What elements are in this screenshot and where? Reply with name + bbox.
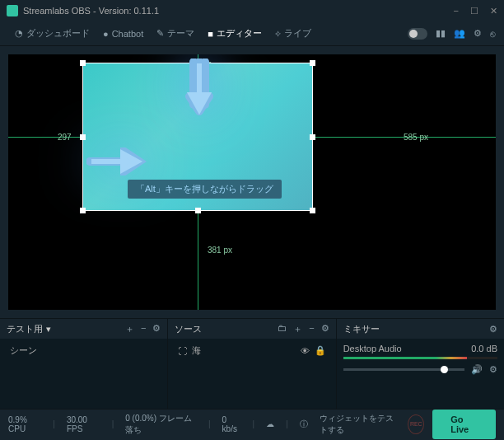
source-item[interactable]: ⛶ 海 👁 🔒 bbox=[175, 342, 329, 359]
scenes-header: テスト用 ▾ ＋ − ⚙ bbox=[0, 319, 167, 339]
mixer-header: ミキサー ⚙ bbox=[337, 319, 504, 339]
image-source-icon: ⛶ bbox=[178, 346, 187, 356]
guide-label-left: 297 bbox=[58, 133, 72, 142]
chevron-down-icon[interactable]: ▾ bbox=[46, 324, 51, 335]
nav-editor[interactable]: ■ エディター bbox=[201, 27, 268, 40]
bottom-panels: テスト用 ▾ ＋ − ⚙ シーン ソース 🗀 ＋ − ⚙ bbox=[0, 318, 504, 409]
titlebar: Streamlabs OBS - Version: 0.11.1 − ☐ ✕ bbox=[0, 0, 504, 21]
nav-label: ダッシュボード bbox=[26, 27, 90, 40]
settings-icon[interactable]: ⚙ bbox=[474, 28, 482, 39]
cloud-icon[interactable]: ☁ bbox=[266, 419, 274, 428]
mixer-panel: ミキサー ⚙ Desktop Audio 0.0 dB 🔊 ⚙ bbox=[337, 319, 504, 409]
editor-area: 9 px 297 585 px 381 px 「Alt」キーを押しながらドラッグ bbox=[0, 46, 504, 318]
mute-icon[interactable]: 🔊 bbox=[471, 364, 483, 375]
resize-handle-br[interactable] bbox=[310, 208, 315, 213]
tutorial-arrow-right-icon bbox=[86, 147, 149, 177]
sources-title: ソース bbox=[175, 323, 202, 335]
maximize-icon[interactable]: ☐ bbox=[470, 6, 478, 16]
scene-name: シーン bbox=[10, 344, 37, 357]
dashboard-icon: ◔ bbox=[15, 28, 23, 39]
info-icon[interactable]: ⓘ bbox=[300, 419, 308, 430]
source-settings-icon[interactable]: ⚙ bbox=[321, 323, 329, 335]
visibility-icon[interactable]: 👁 bbox=[301, 346, 310, 356]
fps-status: 30.00 FPS bbox=[67, 415, 100, 433]
channel-level: 0.0 dB bbox=[471, 344, 497, 353]
volume-slider-thumb[interactable] bbox=[441, 366, 448, 373]
chatbot-icon: ● bbox=[103, 29, 109, 39]
preview-canvas[interactable]: 9 px 297 585 px 381 px 「Alt」キーを押しながらドラッグ bbox=[8, 54, 496, 310]
guide-label-bottom: 381 px bbox=[208, 246, 232, 255]
discord-icon[interactable]: 👥 bbox=[454, 28, 465, 39]
resize-handle-l[interactable] bbox=[80, 134, 86, 140]
guide-vertical bbox=[198, 211, 198, 310]
help-icon[interactable]: ▮▮ bbox=[436, 28, 446, 39]
nav-dashboard[interactable]: ◔ ダッシュボード bbox=[8, 27, 96, 40]
nav-label: Chatbot bbox=[112, 29, 144, 39]
themes-icon: ✎ bbox=[156, 28, 164, 39]
scenes-list: シーン bbox=[0, 339, 167, 409]
cpu-status: 0.9% CPU bbox=[8, 415, 41, 433]
volume-slider-row: 🔊 ⚙ bbox=[343, 364, 497, 374]
resize-handle-r[interactable] bbox=[310, 134, 315, 140]
test-widget-link[interactable]: ウィジェットをテストする bbox=[320, 413, 400, 436]
resize-handle-b[interactable] bbox=[195, 208, 201, 213]
nav-live[interactable]: ⟡ ライブ bbox=[268, 27, 318, 40]
nav-label: エディター bbox=[217, 27, 262, 40]
guide-label-right: 585 px bbox=[404, 133, 428, 142]
sources-header: ソース 🗀 ＋ − ⚙ bbox=[168, 319, 335, 339]
theme-toggle[interactable] bbox=[408, 28, 427, 40]
mixer-body: Desktop Audio 0.0 dB 🔊 ⚙ bbox=[337, 339, 504, 409]
dropped-frames-status: 0 (0.0%) フレーム落ち bbox=[125, 413, 197, 436]
scenes-panel: テスト用 ▾ ＋ − ⚙ シーン bbox=[0, 319, 168, 409]
channel-name: Desktop Audio bbox=[343, 344, 402, 353]
main-nav: ◔ ダッシュボード ● Chatbot ✎ テーマ ■ エディター ⟡ ライブ … bbox=[0, 21, 504, 46]
window-controls: − ☐ ✕ bbox=[454, 6, 497, 16]
mixer-channel: Desktop Audio 0.0 dB bbox=[343, 342, 497, 355]
sources-list: ⛶ 海 👁 🔒 bbox=[168, 339, 335, 409]
nav-label: ライブ bbox=[284, 27, 311, 40]
nav-themes[interactable]: ✎ テーマ bbox=[150, 27, 201, 40]
status-bar: 0.9% CPU| 30.00 FPS| 0 (0.0%) フレーム落ち| 0 … bbox=[0, 409, 504, 438]
close-icon[interactable]: ✕ bbox=[490, 6, 497, 16]
scene-add-icon[interactable]: ＋ bbox=[125, 323, 134, 335]
resize-handle-tl[interactable] bbox=[80, 60, 86, 66]
source-add-icon[interactable]: ＋ bbox=[293, 323, 302, 335]
source-name: 海 bbox=[192, 344, 201, 357]
source-remove-icon[interactable]: − bbox=[309, 323, 314, 335]
mixer-settings-icon[interactable]: ⚙ bbox=[489, 324, 497, 335]
folder-icon[interactable]: 🗀 bbox=[278, 323, 287, 335]
tutorial-arrow-down-icon bbox=[185, 59, 213, 123]
channel-settings-icon[interactable]: ⚙ bbox=[489, 364, 497, 375]
bitrate-status: 0 kb/s bbox=[222, 415, 241, 433]
tutorial-instruction: 「Alt」キーを押しながらドラッグ bbox=[128, 180, 282, 199]
go-live-button[interactable]: Go Live bbox=[432, 410, 496, 439]
mixer-title: ミキサー bbox=[343, 323, 380, 335]
volume-meter bbox=[343, 357, 497, 359]
nav-chatbot[interactable]: ● Chatbot bbox=[96, 29, 150, 39]
lock-icon[interactable]: 🔒 bbox=[315, 345, 326, 356]
app-logo-icon bbox=[7, 5, 18, 16]
minimize-icon[interactable]: − bbox=[454, 6, 459, 16]
record-button[interactable]: REC bbox=[408, 414, 424, 434]
scene-item[interactable]: シーン bbox=[7, 342, 161, 359]
live-icon: ⟡ bbox=[275, 28, 281, 39]
editor-icon: ■ bbox=[208, 29, 213, 39]
scene-settings-icon[interactable]: ⚙ bbox=[152, 323, 161, 335]
nav-label: テーマ bbox=[167, 27, 194, 40]
resize-handle-tr[interactable] bbox=[310, 60, 315, 66]
nav-right-controls: ▮▮ 👥 ⚙ ⎋ bbox=[408, 28, 496, 40]
scene-remove-icon[interactable]: − bbox=[141, 323, 146, 335]
volume-slider[interactable] bbox=[343, 368, 464, 371]
resize-handle-bl[interactable] bbox=[80, 208, 86, 213]
scenes-title: テスト用 bbox=[7, 323, 43, 335]
logout-icon[interactable]: ⎋ bbox=[490, 29, 496, 39]
window-title: Streamlabs OBS - Version: 0.11.1 bbox=[23, 6, 159, 16]
sources-panel: ソース 🗀 ＋ − ⚙ ⛶ 海 👁 🔒 bbox=[168, 319, 336, 409]
